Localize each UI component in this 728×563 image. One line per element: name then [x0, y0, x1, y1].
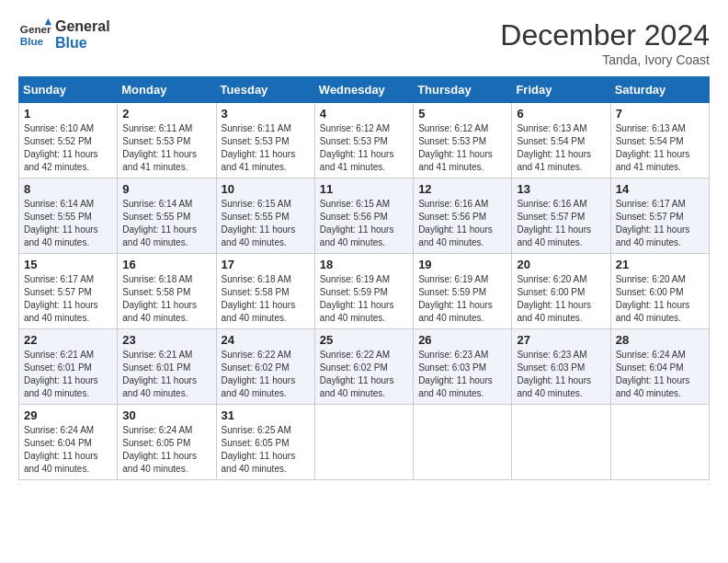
- day-number: 7: [616, 107, 704, 121]
- calendar-cell: 23Sunrise: 6:21 AM Sunset: 6:01 PM Dayli…: [118, 329, 216, 405]
- calendar-cell: 20Sunrise: 6:20 AM Sunset: 6:00 PM Dayli…: [512, 254, 610, 329]
- calendar-body: 1Sunrise: 6:10 AM Sunset: 5:52 PM Daylig…: [19, 103, 710, 480]
- day-number: 27: [517, 333, 605, 347]
- svg-text:Blue: Blue: [20, 35, 44, 47]
- day-info: Sunrise: 6:20 AM Sunset: 6:00 PM Dayligh…: [616, 273, 704, 325]
- title-area: December 2024 Tanda, Ivory Coast: [500, 18, 710, 67]
- day-number: 15: [24, 258, 112, 271]
- calendar-week-row: 8Sunrise: 6:14 AM Sunset: 5:55 PM Daylig…: [19, 178, 710, 254]
- calendar-cell: 11Sunrise: 6:15 AM Sunset: 5:56 PM Dayli…: [314, 178, 413, 254]
- day-number: 30: [122, 408, 210, 422]
- calendar-cell: [610, 405, 709, 480]
- day-number: 23: [122, 333, 210, 347]
- day-number: 19: [418, 258, 506, 271]
- day-number: 20: [517, 258, 605, 271]
- calendar-cell: 19Sunrise: 6:19 AM Sunset: 5:59 PM Dayli…: [414, 254, 512, 329]
- calendar-header-row: SundayMondayTuesdayWednesdayThursdayFrid…: [19, 77, 710, 103]
- calendar-cell: 1Sunrise: 6:10 AM Sunset: 5:52 PM Daylig…: [19, 103, 118, 178]
- calendar-header-wednesday: Wednesday: [314, 77, 413, 103]
- day-number: 1: [24, 107, 112, 121]
- calendar-cell: 14Sunrise: 6:17 AM Sunset: 5:57 PM Dayli…: [610, 178, 709, 254]
- day-number: 21: [616, 258, 704, 271]
- calendar-cell: 16Sunrise: 6:18 AM Sunset: 5:58 PM Dayli…: [118, 254, 216, 329]
- calendar-cell: 28Sunrise: 6:24 AM Sunset: 6:04 PM Dayli…: [610, 329, 709, 405]
- calendar-cell: 5Sunrise: 6:12 AM Sunset: 5:53 PM Daylig…: [414, 103, 512, 178]
- month-title: December 2024: [500, 18, 710, 52]
- day-number: 16: [122, 258, 210, 271]
- calendar-cell: [512, 405, 610, 480]
- calendar-cell: 6Sunrise: 6:13 AM Sunset: 5:54 PM Daylig…: [512, 103, 610, 178]
- calendar-cell: 27Sunrise: 6:23 AM Sunset: 6:03 PM Dayli…: [512, 329, 610, 405]
- calendar-cell: 17Sunrise: 6:18 AM Sunset: 5:58 PM Dayli…: [216, 254, 314, 329]
- day-number: 2: [122, 107, 210, 121]
- day-info: Sunrise: 6:12 AM Sunset: 5:53 PM Dayligh…: [418, 122, 506, 174]
- calendar-header-saturday: Saturday: [610, 77, 709, 103]
- day-info: Sunrise: 6:19 AM Sunset: 5:59 PM Dayligh…: [320, 273, 408, 325]
- day-number: 24: [222, 333, 310, 347]
- day-info: Sunrise: 6:11 AM Sunset: 5:53 PM Dayligh…: [222, 122, 310, 174]
- day-info: Sunrise: 6:11 AM Sunset: 5:53 PM Dayligh…: [122, 122, 210, 174]
- day-info: Sunrise: 6:18 AM Sunset: 5:58 PM Dayligh…: [222, 273, 310, 325]
- calendar-cell: 24Sunrise: 6:22 AM Sunset: 6:02 PM Dayli…: [216, 329, 314, 405]
- calendar-cell: 15Sunrise: 6:17 AM Sunset: 5:57 PM Dayli…: [19, 254, 118, 329]
- location: Tanda, Ivory Coast: [500, 52, 710, 67]
- day-info: Sunrise: 6:14 AM Sunset: 5:55 PM Dayligh…: [24, 198, 112, 249]
- day-info: Sunrise: 6:15 AM Sunset: 5:56 PM Dayligh…: [320, 198, 408, 249]
- day-info: Sunrise: 6:18 AM Sunset: 5:58 PM Dayligh…: [122, 273, 210, 325]
- day-number: 22: [24, 333, 112, 347]
- calendar-cell: [414, 405, 512, 480]
- day-info: Sunrise: 6:17 AM Sunset: 5:57 PM Dayligh…: [616, 198, 704, 249]
- calendar-week-row: 29Sunrise: 6:24 AM Sunset: 6:04 PM Dayli…: [19, 405, 710, 480]
- day-info: Sunrise: 6:16 AM Sunset: 5:56 PM Dayligh…: [418, 198, 506, 249]
- calendar-cell: 8Sunrise: 6:14 AM Sunset: 5:55 PM Daylig…: [19, 178, 118, 254]
- day-info: Sunrise: 6:15 AM Sunset: 5:55 PM Dayligh…: [222, 198, 310, 249]
- day-info: Sunrise: 6:20 AM Sunset: 6:00 PM Dayligh…: [517, 273, 605, 325]
- day-number: 4: [320, 107, 408, 121]
- calendar-week-row: 1Sunrise: 6:10 AM Sunset: 5:52 PM Daylig…: [19, 103, 710, 178]
- day-number: 17: [222, 258, 310, 271]
- logo-icon: General Blue: [18, 18, 51, 52]
- day-info: Sunrise: 6:24 AM Sunset: 6:05 PM Dayligh…: [122, 424, 210, 476]
- day-info: Sunrise: 6:10 AM Sunset: 5:52 PM Dayligh…: [24, 122, 112, 174]
- calendar-week-row: 15Sunrise: 6:17 AM Sunset: 5:57 PM Dayli…: [19, 254, 710, 329]
- calendar-cell: 26Sunrise: 6:23 AM Sunset: 6:03 PM Dayli…: [414, 329, 512, 405]
- day-info: Sunrise: 6:21 AM Sunset: 6:01 PM Dayligh…: [24, 349, 112, 400]
- calendar: SundayMondayTuesdayWednesdayThursdayFrid…: [18, 76, 710, 480]
- day-info: Sunrise: 6:12 AM Sunset: 5:53 PM Dayligh…: [320, 122, 408, 174]
- calendar-cell: [314, 405, 413, 480]
- calendar-header-sunday: Sunday: [19, 77, 118, 103]
- day-info: Sunrise: 6:13 AM Sunset: 5:54 PM Dayligh…: [616, 122, 704, 174]
- day-info: Sunrise: 6:16 AM Sunset: 5:57 PM Dayligh…: [517, 198, 605, 249]
- day-info: Sunrise: 6:17 AM Sunset: 5:57 PM Dayligh…: [24, 273, 112, 325]
- calendar-cell: 12Sunrise: 6:16 AM Sunset: 5:56 PM Dayli…: [414, 178, 512, 254]
- day-info: Sunrise: 6:22 AM Sunset: 6:02 PM Dayligh…: [320, 349, 408, 400]
- day-info: Sunrise: 6:21 AM Sunset: 6:01 PM Dayligh…: [122, 349, 210, 400]
- calendar-header-monday: Monday: [118, 77, 216, 103]
- day-number: 5: [418, 107, 506, 121]
- calendar-cell: 13Sunrise: 6:16 AM Sunset: 5:57 PM Dayli…: [512, 178, 610, 254]
- day-info: Sunrise: 6:24 AM Sunset: 6:04 PM Dayligh…: [616, 349, 704, 400]
- day-number: 28: [616, 333, 704, 347]
- day-info: Sunrise: 6:24 AM Sunset: 6:04 PM Dayligh…: [24, 424, 112, 476]
- day-number: 31: [222, 408, 310, 422]
- day-number: 25: [320, 333, 408, 347]
- calendar-cell: 31Sunrise: 6:25 AM Sunset: 6:05 PM Dayli…: [216, 405, 314, 480]
- calendar-header-friday: Friday: [512, 77, 610, 103]
- day-number: 12: [418, 182, 506, 196]
- day-number: 14: [616, 182, 704, 196]
- day-info: Sunrise: 6:14 AM Sunset: 5:55 PM Dayligh…: [122, 198, 210, 249]
- logo-line1: General: [55, 18, 110, 35]
- day-info: Sunrise: 6:13 AM Sunset: 5:54 PM Dayligh…: [517, 122, 605, 174]
- calendar-cell: 4Sunrise: 6:12 AM Sunset: 5:53 PM Daylig…: [314, 103, 413, 178]
- calendar-cell: 18Sunrise: 6:19 AM Sunset: 5:59 PM Dayli…: [314, 254, 413, 329]
- calendar-cell: 3Sunrise: 6:11 AM Sunset: 5:53 PM Daylig…: [216, 103, 314, 178]
- header: General Blue General Blue December 2024 …: [18, 18, 710, 67]
- day-number: 13: [517, 182, 605, 196]
- calendar-cell: 9Sunrise: 6:14 AM Sunset: 5:55 PM Daylig…: [118, 178, 216, 254]
- day-number: 8: [24, 182, 112, 196]
- day-number: 26: [418, 333, 506, 347]
- day-info: Sunrise: 6:25 AM Sunset: 6:05 PM Dayligh…: [222, 424, 310, 476]
- day-number: 29: [24, 408, 112, 422]
- calendar-cell: 29Sunrise: 6:24 AM Sunset: 6:04 PM Dayli…: [19, 405, 118, 480]
- logo: General Blue General Blue: [18, 18, 110, 52]
